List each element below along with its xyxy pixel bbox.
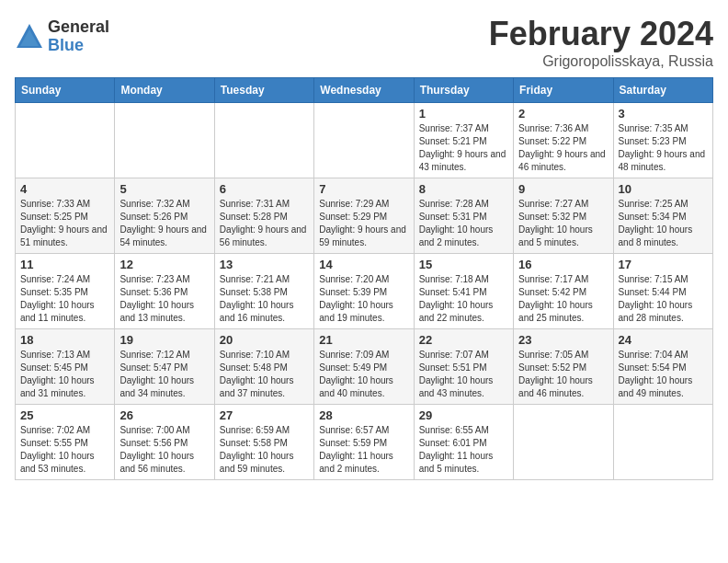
day-info: Sunrise: 7:35 AM Sunset: 5:23 PM Dayligh… <box>619 122 708 174</box>
calendar-cell: 28Sunrise: 6:57 AM Sunset: 5:59 PM Dayli… <box>314 405 414 480</box>
day-info: Sunrise: 7:25 AM Sunset: 5:34 PM Dayligh… <box>619 198 708 249</box>
weekday-row: SundayMondayTuesdayWednesdayThursdayFrid… <box>16 78 713 103</box>
calendar-cell: 13Sunrise: 7:21 AM Sunset: 5:38 PM Dayli… <box>214 254 313 329</box>
day-info: Sunrise: 7:31 AM Sunset: 5:28 PM Dayligh… <box>220 198 309 249</box>
day-number: 17 <box>619 258 708 271</box>
day-info: Sunrise: 7:15 AM Sunset: 5:44 PM Dayligh… <box>619 273 708 325</box>
day-number: 7 <box>319 182 408 196</box>
day-info: Sunrise: 7:02 AM Sunset: 5:55 PM Dayligh… <box>20 424 109 476</box>
calendar-cell: 6Sunrise: 7:31 AM Sunset: 5:28 PM Daylig… <box>214 178 313 254</box>
calendar-cell: 20Sunrise: 7:10 AM Sunset: 5:48 PM Dayli… <box>214 329 313 405</box>
calendar-cell: 18Sunrise: 7:13 AM Sunset: 5:45 PM Dayli… <box>16 329 115 405</box>
calendar-cell: 14Sunrise: 7:20 AM Sunset: 5:39 PM Dayli… <box>314 254 414 329</box>
calendar-cell: 12Sunrise: 7:23 AM Sunset: 5:36 PM Dayli… <box>115 254 214 329</box>
day-number: 23 <box>518 333 608 347</box>
calendar-cell: 1Sunrise: 7:37 AM Sunset: 5:21 PM Daylig… <box>414 103 513 178</box>
day-info: Sunrise: 7:12 AM Sunset: 5:47 PM Dayligh… <box>119 349 209 400</box>
calendar-cell: 15Sunrise: 7:18 AM Sunset: 5:41 PM Dayli… <box>414 254 513 329</box>
calendar-cell: 7Sunrise: 7:29 AM Sunset: 5:29 PM Daylig… <box>314 178 414 254</box>
day-info: Sunrise: 7:18 AM Sunset: 5:41 PM Dayligh… <box>419 273 508 325</box>
calendar-week-row: 4Sunrise: 7:33 AM Sunset: 5:25 PM Daylig… <box>16 178 713 254</box>
calendar-cell: 27Sunrise: 6:59 AM Sunset: 5:58 PM Dayli… <box>214 405 313 480</box>
logo: General Blue <box>15 18 109 55</box>
title-block: February 2024 Grigoropolisskaya, Russia <box>489 15 713 70</box>
day-number: 10 <box>619 182 708 196</box>
day-number: 27 <box>220 408 309 422</box>
logo-blue-text: Blue <box>48 37 109 55</box>
day-number: 1 <box>419 107 508 121</box>
calendar-cell <box>16 103 115 178</box>
calendar-cell: 4Sunrise: 7:33 AM Sunset: 5:25 PM Daylig… <box>16 178 115 254</box>
calendar-cell: 5Sunrise: 7:32 AM Sunset: 5:26 PM Daylig… <box>115 178 214 254</box>
day-number: 8 <box>419 182 508 196</box>
calendar-cell: 2Sunrise: 7:36 AM Sunset: 5:22 PM Daylig… <box>514 103 613 178</box>
calendar-cell <box>214 103 313 178</box>
day-number: 16 <box>518 258 608 271</box>
day-info: Sunrise: 7:23 AM Sunset: 5:36 PM Dayligh… <box>119 273 209 325</box>
day-info: Sunrise: 7:04 AM Sunset: 5:54 PM Dayligh… <box>619 349 708 400</box>
day-number: 26 <box>119 408 209 422</box>
calendar-cell: 3Sunrise: 7:35 AM Sunset: 5:23 PM Daylig… <box>613 103 712 178</box>
weekday-header: Saturday <box>613 78 712 103</box>
weekday-header: Monday <box>115 78 214 103</box>
calendar-cell: 17Sunrise: 7:15 AM Sunset: 5:44 PM Dayli… <box>613 254 712 329</box>
day-number: 19 <box>119 333 209 347</box>
day-info: Sunrise: 7:27 AM Sunset: 5:32 PM Dayligh… <box>518 198 608 249</box>
calendar-cell: 26Sunrise: 7:00 AM Sunset: 5:56 PM Dayli… <box>115 405 214 480</box>
day-info: Sunrise: 7:29 AM Sunset: 5:29 PM Dayligh… <box>319 198 408 249</box>
day-info: Sunrise: 7:37 AM Sunset: 5:21 PM Dayligh… <box>419 122 508 174</box>
logo-text: General Blue <box>48 18 109 55</box>
calendar-cell: 8Sunrise: 7:28 AM Sunset: 5:31 PM Daylig… <box>414 178 513 254</box>
calendar-table: SundayMondayTuesdayWednesdayThursdayFrid… <box>15 77 713 480</box>
day-info: Sunrise: 6:55 AM Sunset: 6:01 PM Dayligh… <box>419 424 508 476</box>
day-number: 28 <box>319 408 408 422</box>
day-info: Sunrise: 7:10 AM Sunset: 5:48 PM Dayligh… <box>220 349 309 400</box>
calendar-week-row: 25Sunrise: 7:02 AM Sunset: 5:55 PM Dayli… <box>16 405 713 480</box>
calendar-cell: 25Sunrise: 7:02 AM Sunset: 5:55 PM Dayli… <box>16 405 115 480</box>
weekday-header: Tuesday <box>214 78 313 103</box>
day-number: 6 <box>220 182 309 196</box>
day-info: Sunrise: 7:00 AM Sunset: 5:56 PM Dayligh… <box>119 424 209 476</box>
day-info: Sunrise: 6:59 AM Sunset: 5:58 PM Dayligh… <box>220 424 309 476</box>
day-info: Sunrise: 7:13 AM Sunset: 5:45 PM Dayligh… <box>20 349 109 400</box>
day-info: Sunrise: 7:21 AM Sunset: 5:38 PM Dayligh… <box>220 273 309 325</box>
calendar-cell: 22Sunrise: 7:07 AM Sunset: 5:51 PM Dayli… <box>414 329 513 405</box>
day-number: 2 <box>518 107 608 121</box>
calendar-cell: 21Sunrise: 7:09 AM Sunset: 5:49 PM Dayli… <box>314 329 414 405</box>
calendar-cell <box>514 405 613 480</box>
day-info: Sunrise: 7:07 AM Sunset: 5:51 PM Dayligh… <box>419 349 508 400</box>
calendar-cell: 19Sunrise: 7:12 AM Sunset: 5:47 PM Dayli… <box>115 329 214 405</box>
day-number: 22 <box>419 333 508 347</box>
day-info: Sunrise: 7:36 AM Sunset: 5:22 PM Dayligh… <box>518 122 608 174</box>
weekday-header: Sunday <box>16 78 115 103</box>
calendar-body: 1Sunrise: 7:37 AM Sunset: 5:21 PM Daylig… <box>16 103 713 480</box>
weekday-header: Friday <box>514 78 613 103</box>
calendar-cell: 9Sunrise: 7:27 AM Sunset: 5:32 PM Daylig… <box>514 178 613 254</box>
calendar-cell <box>115 103 214 178</box>
day-info: Sunrise: 7:05 AM Sunset: 5:52 PM Dayligh… <box>518 349 608 400</box>
calendar-cell <box>613 405 712 480</box>
day-number: 11 <box>20 258 109 271</box>
month-title: February 2024 <box>489 15 713 53</box>
calendar-cell: 24Sunrise: 7:04 AM Sunset: 5:54 PM Dayli… <box>613 329 712 405</box>
day-number: 3 <box>619 107 708 121</box>
day-info: Sunrise: 7:20 AM Sunset: 5:39 PM Dayligh… <box>319 273 408 325</box>
day-number: 24 <box>619 333 708 347</box>
day-number: 12 <box>119 258 209 271</box>
day-info: Sunrise: 7:33 AM Sunset: 5:25 PM Dayligh… <box>20 198 109 249</box>
calendar-cell: 29Sunrise: 6:55 AM Sunset: 6:01 PM Dayli… <box>414 405 513 480</box>
page-header: General Blue February 2024 Grigoropoliss… <box>15 15 713 70</box>
logo-general-text: General <box>48 18 109 37</box>
day-number: 29 <box>419 408 508 422</box>
calendar-cell: 10Sunrise: 7:25 AM Sunset: 5:34 PM Dayli… <box>613 178 712 254</box>
calendar-cell <box>314 103 414 178</box>
calendar-week-row: 18Sunrise: 7:13 AM Sunset: 5:45 PM Dayli… <box>16 329 713 405</box>
day-info: Sunrise: 7:32 AM Sunset: 5:26 PM Dayligh… <box>119 198 209 249</box>
day-number: 5 <box>119 182 209 196</box>
day-number: 14 <box>319 258 408 271</box>
calendar-week-row: 1Sunrise: 7:37 AM Sunset: 5:21 PM Daylig… <box>16 103 713 178</box>
weekday-header: Thursday <box>414 78 513 103</box>
day-info: Sunrise: 7:24 AM Sunset: 5:35 PM Dayligh… <box>20 273 109 325</box>
day-number: 4 <box>20 182 109 196</box>
calendar-cell: 16Sunrise: 7:17 AM Sunset: 5:42 PM Dayli… <box>514 254 613 329</box>
